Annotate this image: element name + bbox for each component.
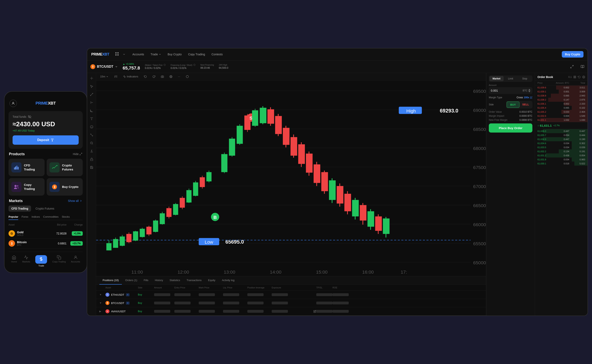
amount-input[interactable] <box>491 89 523 92</box>
nav-markets[interactable]: Markets <box>22 255 30 267</box>
subtab-commodities[interactable]: Commodities <box>43 214 59 220</box>
nav-copy-label: Copy-Trading <box>52 260 66 263</box>
btc-side: Buy <box>138 302 154 304</box>
product-card-futures[interactable]: Crypto Futures <box>47 159 83 176</box>
expand-avax[interactable]: ▶ <box>99 310 105 313</box>
deposit-button[interactable]: Deposit <box>13 135 79 145</box>
user-icon[interactable] <box>10 100 17 107</box>
decrement-icon[interactable] <box>528 91 530 92</box>
expand-eth[interactable]: ▼ <box>99 293 105 296</box>
timeframe-selector[interactable]: 15m <box>98 74 110 79</box>
cursor-tool[interactable] <box>88 83 95 90</box>
candlestick-chart[interactable]: 69500.0 69000.0 68500.0 68000.0 67500.0 … <box>96 80 486 276</box>
product-card-cfd[interactable]: CFD Trading <box>8 159 45 176</box>
ruler-tool[interactable] <box>88 132 95 138</box>
redo-btn[interactable] <box>151 74 157 79</box>
ob-settings-icon[interactable] <box>582 76 585 78</box>
save-tool[interactable] <box>88 164 95 171</box>
nav-trade[interactable]: Trade <box>148 51 164 58</box>
nav-copy-trading[interactable]: Copy Trading <box>185 51 208 58</box>
lock-tool[interactable] <box>88 156 95 162</box>
tab-statistics[interactable]: Statistics <box>166 276 183 285</box>
market-item-btc[interactable]: ₿ Bitcoin BTC 0.6801 +23.7% <box>8 239 83 248</box>
tab-activity-log[interactable]: Activity log <box>219 276 238 285</box>
ob-ask-6: 61,635.4 0.065 0.102 <box>535 106 587 110</box>
btc-roe <box>332 302 349 304</box>
nav-accounts[interactable]: Accounts <box>130 51 147 58</box>
undo-btn[interactable] <box>142 74 148 79</box>
svg-point-181 <box>583 77 584 78</box>
product-card-buy[interactable]: ₿ Buy Crypto <box>47 178 83 195</box>
nav-contests[interactable]: Contests <box>209 51 225 58</box>
place-order-button[interactable]: Place Buy Order <box>489 124 532 133</box>
apps-grid-icon[interactable] <box>115 52 119 56</box>
book-icon[interactable] <box>581 65 584 69</box>
avax-position-asset: A AVAX/USDT <box>105 309 138 313</box>
tab-cfd-trading[interactable]: CFD Trading <box>8 206 31 212</box>
emoji-tool[interactable] <box>88 124 95 130</box>
horizontal-line-tool[interactable] <box>88 99 95 106</box>
edit-icon[interactable] <box>313 310 316 313</box>
show-all-button[interactable]: Show all <box>68 199 82 202</box>
nav-accounts[interactable]: Accounts <box>71 255 80 267</box>
subtab-stocks[interactable]: Stocks <box>62 214 70 220</box>
tab-transactions[interactable]: Transactions <box>183 276 205 285</box>
subtab-popular[interactable]: Popular <box>8 214 18 220</box>
futures-icon <box>49 162 60 172</box>
subtab-forex[interactable]: Forex <box>21 214 28 220</box>
product-card-copy[interactable]: Copy Trading <box>8 178 45 195</box>
zoom-tool[interactable] <box>88 140 95 146</box>
ob-bid-5: 61,633.5 0.034 0.039 <box>535 145 587 149</box>
more-btn[interactable]: ··· <box>176 74 182 79</box>
order-value-row: Order Value 0.0010 BTC <box>489 110 532 113</box>
svg-rect-109 <box>173 204 178 215</box>
position-row-eth[interactable]: ▼ Ξ ETH/USDT 4 Buy <box>96 291 486 299</box>
tab-market[interactable]: Market <box>489 76 504 81</box>
buy-side-tab[interactable]: BUY <box>507 102 520 108</box>
nav-home[interactable]: Home <box>11 255 17 267</box>
tab-stop[interactable]: Stop <box>518 76 532 81</box>
tab-fills[interactable]: Fills <box>141 276 152 285</box>
tab-orders[interactable]: Orders (1) <box>122 276 140 285</box>
nav-trade[interactable]: Trade <box>35 255 47 267</box>
fullscreen-btn[interactable] <box>184 74 190 79</box>
ob-ask-7: 61,635.2 0.033 2.404 <box>535 110 587 114</box>
edit-leverage-icon[interactable] <box>530 96 532 99</box>
position-row-avax[interactable]: ▶ A AVAX/USDT Buy <box>96 307 486 316</box>
line-tool[interactable] <box>88 91 95 98</box>
expand-btc[interactable]: ▼ <box>99 302 105 304</box>
nav-copy[interactable]: Copy-Trading <box>52 255 66 267</box>
screenshot-btn[interactable] <box>159 74 165 79</box>
tab-history[interactable]: History <box>152 276 166 285</box>
sell-side-tab[interactable]: SELL <box>520 102 532 108</box>
settings-btn[interactable] <box>168 74 174 79</box>
tab-equity[interactable]: Equity <box>205 276 219 285</box>
expand-icon[interactable] <box>570 65 574 69</box>
tab-limit[interactable]: Limit <box>504 76 518 81</box>
futures-label: Crypto Futures <box>62 163 80 171</box>
ob-view-icon[interactable] <box>573 76 576 78</box>
market-item-gold[interactable]: G Gold GOLD 72.8028 +1.5% <box>8 229 83 239</box>
amount-input-wrap[interactable]: BTC <box>489 87 532 94</box>
tab-positions[interactable]: Positions (10) <box>99 276 122 285</box>
nav-buy-crypto[interactable]: Buy Crypto <box>165 51 184 58</box>
fib-tool[interactable] <box>88 107 95 114</box>
subtab-indices[interactable]: Indices <box>32 214 40 220</box>
chart-type-icon[interactable] <box>112 74 119 79</box>
ob-refresh-icon[interactable] <box>578 76 581 78</box>
margin-type-row: Margin Type Cross 100x <box>489 96 532 99</box>
svg-rect-177 <box>574 76 575 77</box>
hide-button[interactable]: Hide <box>73 152 82 156</box>
buy-crypto-button[interactable]: Buy Crypto <box>562 51 584 58</box>
crosshair-tool[interactable] <box>88 75 95 81</box>
eth-entry-price <box>174 293 191 296</box>
tab-crypto-futures[interactable]: Crypto Futures <box>33 206 57 212</box>
position-row-btc[interactable]: ▼ ₿ BTC/USDT 4 Buy <box>96 299 486 307</box>
text-tool[interactable] <box>88 116 95 122</box>
ticker-symbol[interactable]: ₿ BTC/USDT <box>91 64 118 69</box>
ob-precision[interactable]: 0.1 <box>568 76 572 78</box>
indicators-btn[interactable]: Indicators <box>121 74 140 79</box>
svg-text:69500.0: 69500.0 <box>473 89 486 94</box>
increment-icon[interactable] <box>528 89 530 90</box>
pin-tool[interactable] <box>88 148 95 155</box>
